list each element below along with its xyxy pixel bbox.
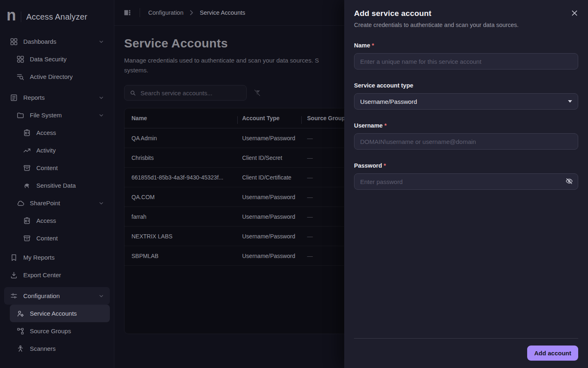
sidebar-item-access[interactable]: Access [4,212,110,229]
search-icon [129,90,136,96]
search-box[interactable] [124,85,247,101]
breadcrumb-service-accounts: Service Accounts [200,9,245,16]
cell-account-type: Username/Password [237,135,301,141]
sidebar-item-file-system[interactable]: File System [4,106,110,124]
id-badge-icon [23,217,31,225]
cell-account-type: Username/Password [237,233,301,240]
cell-name: QA Admin [125,135,237,141]
sidebar-item-configuration[interactable]: Configuration [4,287,110,305]
search-list-icon [16,73,24,81]
name-input[interactable] [354,53,578,70]
sidebar-item-content[interactable]: Content [4,159,110,177]
required-asterisk: * [372,42,374,49]
drawer-form: Name* Service account type Username/Pass… [344,42,588,202]
cell-name: farrah [125,213,237,220]
sidebar-item-content[interactable]: Content [4,229,110,247]
cell-name: NEXTRIX LABS [125,233,237,240]
account-type-select[interactable]: Username/Password [354,93,578,110]
sidebar-item-activity[interactable]: Activity [4,141,110,159]
account-type-value: Username/Password [360,98,417,105]
chevron-down-icon [98,293,105,299]
sidebar: n Access Analyzer DashboardsData Securit… [0,0,114,368]
cell-name: 661855d1-85b3-4a3f-9430-45323f... [125,174,237,181]
search-input[interactable] [140,90,241,96]
password-label: Password* [354,162,386,169]
sidebar-item-label: My Reports [23,254,55,261]
drawer-subtitle: Create credentials to authenticate and s… [354,22,578,28]
cell-name: Chrisbits [125,155,237,161]
sidebar-item-label: Configuration [23,292,60,299]
sidebar-item-label: Dashboards [23,38,56,45]
sidebar-item-my-reports[interactable]: My Reports [4,249,110,266]
sidebar-item-label: Access [36,217,56,224]
chevron-right-icon [187,9,196,17]
sidebar-item-export-center[interactable]: Export Center [4,266,110,284]
cell-account-type: Client ID/Certificate [237,174,301,181]
sidebar-item-label: SharePoint [30,200,60,206]
person-icon [16,345,24,353]
sidebar-item-scanners[interactable]: Scanners [4,340,110,357]
chevron-down-icon [568,100,572,103]
sidebar-item-active-directory[interactable]: Active Directory [4,68,110,85]
type-label: Service account type [354,82,413,89]
drawer-header: Add service account Create credentials t… [344,0,588,28]
column-header-name: Name [125,115,237,121]
username-label: Username* [354,122,387,129]
folder-icon [16,111,24,119]
sidebar-item-label: Access [36,129,56,136]
sidebar-nav: DashboardsData SecurityActive DirectoryR… [4,30,110,357]
cell-account-type: Username/Password [237,194,301,200]
archive-icon [23,164,31,172]
chevron-down-icon [98,200,105,206]
password-input[interactable] [354,173,578,190]
password-field-group: Password* [354,162,578,190]
breadcrumb-configuration[interactable]: Configuration [148,9,183,16]
user-cog-icon [16,310,24,318]
username-input[interactable] [354,133,578,150]
drawer-spacer [344,202,588,338]
required-asterisk: * [384,162,386,169]
activity-icon [23,146,31,155]
add-service-account-drawer: Add service account Create credentials t… [344,0,588,368]
eye-off-icon[interactable] [565,177,573,185]
data-security-icon [16,55,24,63]
required-asterisk: * [384,122,387,129]
sidebar-toggle-icon[interactable] [123,9,131,17]
sidebar-item-label: File System [30,112,62,119]
network-icon [16,327,24,335]
bookmark-icon [10,254,18,262]
cell-account-type: Username/Password [237,213,301,220]
sidebar-item-label: Export Center [23,272,61,278]
sidebar-item-label: Sensitive Data [36,182,76,189]
sidebar-item-sensitive-data[interactable]: Sensitive Data [4,177,110,194]
drawer-title: Add service account [354,9,578,18]
column-header-account-type: Account Type [237,115,301,121]
close-icon[interactable] [570,9,579,17]
sliders-icon [10,292,18,300]
app-logo: n Access Analyzer [4,0,110,30]
archive-icon [23,234,31,242]
app-root: n Access Analyzer DashboardsData Securit… [0,0,588,368]
sidebar-item-service-accounts[interactable]: Service Accounts [10,305,110,322]
sidebar-item-data-security[interactable]: Data Security [4,50,110,68]
sidebar-item-reports[interactable]: Reports [4,89,110,106]
app-title: Access Analyzer [26,12,87,22]
cell-name: QA.COM [125,194,237,200]
sidebar-item-label: Activity [36,147,56,154]
fingerprint-icon [23,182,31,190]
logo-divider [21,11,21,22]
sidebar-item-sharepoint[interactable]: SharePoint [4,194,110,212]
logo-mark-icon: n [7,9,16,21]
sidebar-item-access[interactable]: Access [4,124,110,141]
name-label: Name* [354,42,374,49]
id-badge-icon [23,129,31,137]
sidebar-item-source-groups[interactable]: Source Groups [4,322,110,340]
name-field-group: Name* [354,42,578,70]
report-icon [10,94,18,102]
filter-off-icon[interactable] [253,89,261,97]
sidebar-item-label: Source Groups [30,328,71,334]
username-field-group: Username* [354,122,578,150]
add-account-button[interactable]: Add account [527,346,578,361]
cell-account-type: Username/Password [237,253,301,259]
sidebar-item-dashboards[interactable]: Dashboards [4,33,110,50]
